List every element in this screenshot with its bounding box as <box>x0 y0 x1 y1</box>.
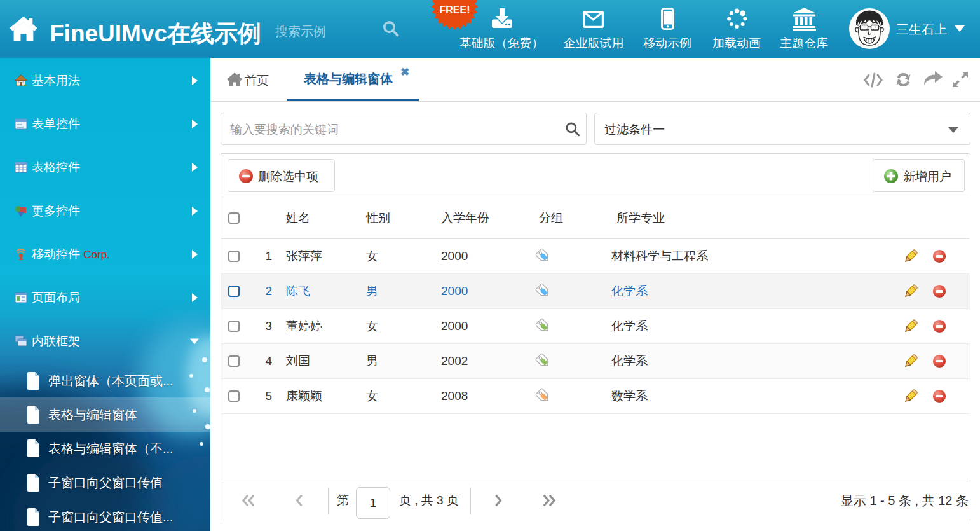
svg-text:FREE!: FREE! <box>440 4 470 15</box>
